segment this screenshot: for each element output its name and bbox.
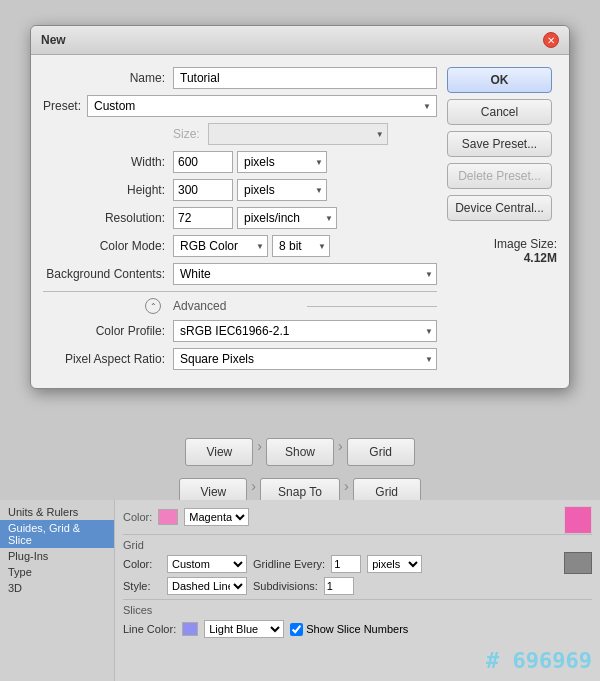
pixel-ratio-label: Pixel Aspect Ratio: — [43, 352, 173, 366]
subdivisions-input[interactable] — [324, 577, 354, 595]
guides-color-row: Color: Magenta — [123, 508, 592, 526]
color-profile-select-wrap: sRGB IEC61966-2.1 Adobe RGB (1998) ▼ — [173, 320, 437, 342]
color-mode-select[interactable]: RGB Color CMYK Color Grayscale — [173, 235, 268, 257]
guides-color-select[interactable]: Magenta — [184, 508, 249, 526]
height-unit-select[interactable]: pixels inches cm — [237, 179, 327, 201]
height-unit-select-wrap: pixels inches cm ▼ — [237, 179, 327, 201]
sidebar-item-3d[interactable]: 3D — [0, 580, 114, 596]
slice-color-select[interactable]: Light Blue — [204, 620, 284, 638]
dialog-body: Name: Preset: Custom Default Photoshop S… — [31, 55, 569, 388]
size-label: Size: — [173, 127, 208, 141]
sidebar-item-plugins[interactable]: Plug-Ins — [0, 548, 114, 564]
gridline-every-label: Gridline Every: — [253, 558, 325, 570]
bit-depth-select-wrap: 8 bit 16 bit 32 bit ▼ — [272, 235, 330, 257]
resolution-row: Resolution: pixels/inch pixels/cm ▼ — [43, 207, 437, 229]
close-button[interactable]: ✕ — [543, 32, 559, 48]
pink-preview-swatch — [564, 506, 592, 534]
width-unit-select[interactable]: pixels inches cm — [237, 151, 327, 173]
cancel-button[interactable]: Cancel — [447, 99, 552, 125]
show-slice-checkbox[interactable] — [290, 623, 303, 636]
delete-preset-button[interactable]: Delete Preset... — [447, 163, 552, 189]
width-label: Width: — [43, 155, 173, 169]
color-profile-label: Color Profile: — [43, 324, 173, 338]
panel-content: Color: Magenta Grid Color: Custom Gridli… — [115, 500, 600, 681]
height-input[interactable] — [173, 179, 233, 201]
pixel-ratio-select-wrap: Square Pixels D1/DV NTSC (0.91) ▼ — [173, 348, 437, 370]
color-mode-label: Color Mode: — [43, 239, 173, 253]
width-value-row: pixels inches cm ▼ — [173, 151, 437, 173]
grid-color-select[interactable]: Custom — [167, 555, 247, 573]
advanced-label: Advanced — [173, 299, 303, 313]
sidebar-item-units[interactable]: Units & Rulers — [0, 504, 114, 520]
name-row: Name: — [43, 67, 437, 89]
chevron-right-icon-2: › — [338, 438, 343, 466]
device-central-button[interactable]: Device Central... — [447, 195, 552, 221]
slices-section: Slices Line Color: Light Blue Show Slice… — [123, 599, 592, 638]
name-label: Name: — [43, 71, 173, 85]
bit-depth-select[interactable]: 8 bit 16 bit 32 bit — [272, 235, 330, 257]
show-slice-label: Show Slice Numbers — [290, 623, 408, 636]
resolution-input[interactable] — [173, 207, 233, 229]
hash-value-display: # 696969 — [486, 648, 592, 673]
height-row: Height: pixels inches cm ▼ — [43, 179, 437, 201]
pixel-ratio-row: Pixel Aspect Ratio: Square Pixels D1/DV … — [43, 348, 437, 370]
view-button-1[interactable]: View — [185, 438, 253, 466]
ok-button[interactable]: OK — [447, 67, 552, 93]
preset-label: Preset: — [43, 99, 87, 113]
background-select-wrap: White Background Color Transparent ▼ — [173, 263, 437, 285]
image-size-info: Image Size: 4.12M — [447, 237, 557, 265]
background-select[interactable]: White Background Color Transparent — [173, 263, 437, 285]
color-profile-row: Color Profile: sRGB IEC61966-2.1 Adobe R… — [43, 320, 437, 342]
image-size-label: Image Size: — [447, 237, 557, 251]
subdivisions-label: Subdivisions: — [253, 580, 318, 592]
resolution-unit-select[interactable]: pixels/inch pixels/cm — [237, 207, 337, 229]
gridline-value-input[interactable] — [331, 555, 361, 573]
panel-sidebar: Units & Rulers Guides, Grid & Slice Plug… — [0, 500, 115, 681]
preset-row: Preset: Custom Default Photoshop Size U.… — [43, 95, 437, 117]
bottom-panel: Units & Rulers Guides, Grid & Slice Plug… — [0, 500, 600, 681]
sidebar-item-type[interactable]: Type — [0, 564, 114, 580]
name-input[interactable] — [173, 67, 437, 89]
resolution-value-row: pixels/inch pixels/cm ▼ — [173, 207, 437, 229]
chevron-right-icon-1: › — [257, 438, 262, 466]
dialog-left-panel: Name: Preset: Custom Default Photoshop S… — [43, 67, 437, 376]
grid-color-row: Color: Custom Gridline Every: pixels — [123, 555, 592, 573]
grid-color-label: Color: — [123, 558, 161, 570]
button-bar-row1: View › Show › Grid — [0, 432, 600, 472]
grid-style-row: Style: Dashed Lines Lines Dots Subdivisi… — [123, 577, 592, 595]
dialog-title: New — [41, 33, 66, 47]
pixel-ratio-select[interactable]: Square Pixels D1/DV NTSC (0.91) — [173, 348, 437, 370]
dialog-right-panel: OK Cancel Save Preset... Delete Preset..… — [447, 67, 557, 376]
color-profile-select[interactable]: sRGB IEC61966-2.1 Adobe RGB (1998) — [173, 320, 437, 342]
background-label: Background Contents: — [43, 267, 173, 281]
advanced-toggle: ⌃ — [43, 298, 173, 314]
advanced-chevron-button[interactable]: ⌃ — [145, 298, 161, 314]
grid-color-swatch — [564, 552, 592, 574]
save-preset-button[interactable]: Save Preset... — [447, 131, 552, 157]
image-size-value: 4.12M — [447, 251, 557, 265]
height-label: Height: — [43, 183, 173, 197]
grid-style-select[interactable]: Dashed Lines Lines Dots — [167, 577, 247, 595]
guides-color-label: Color: — [123, 511, 152, 523]
grid-section-label: Grid — [123, 534, 592, 551]
show-slice-text: Show Slice Numbers — [306, 623, 408, 635]
size-select-wrap: ▼ — [208, 123, 388, 145]
preset-select-wrap: Custom Default Photoshop Size U.S. Paper… — [87, 95, 437, 117]
width-input[interactable] — [173, 151, 233, 173]
width-row: Width: pixels inches cm ▼ — [43, 151, 437, 173]
size-row: Size: ▼ — [43, 123, 437, 145]
resolution-unit-select-wrap: pixels/inch pixels/cm ▼ — [237, 207, 337, 229]
guides-color-swatch — [158, 509, 178, 525]
sidebar-item-guides[interactable]: Guides, Grid & Slice — [0, 520, 114, 548]
color-mode-selects: RGB Color CMYK Color Grayscale ▼ 8 bit 1… — [173, 235, 437, 257]
slice-color-row: Line Color: Light Blue Show Slice Number… — [123, 620, 592, 638]
size-select[interactable] — [208, 123, 388, 145]
grid-button-1[interactable]: Grid — [347, 438, 415, 466]
gridline-unit-select[interactable]: pixels — [367, 555, 422, 573]
show-button[interactable]: Show — [266, 438, 334, 466]
background-row: Background Contents: White Background Co… — [43, 263, 437, 285]
separator — [43, 291, 437, 292]
new-dialog: New ✕ Name: Preset: Custom Default Photo… — [30, 25, 570, 389]
preset-select[interactable]: Custom Default Photoshop Size U.S. Paper — [87, 95, 437, 117]
slice-color-swatch — [182, 622, 198, 636]
